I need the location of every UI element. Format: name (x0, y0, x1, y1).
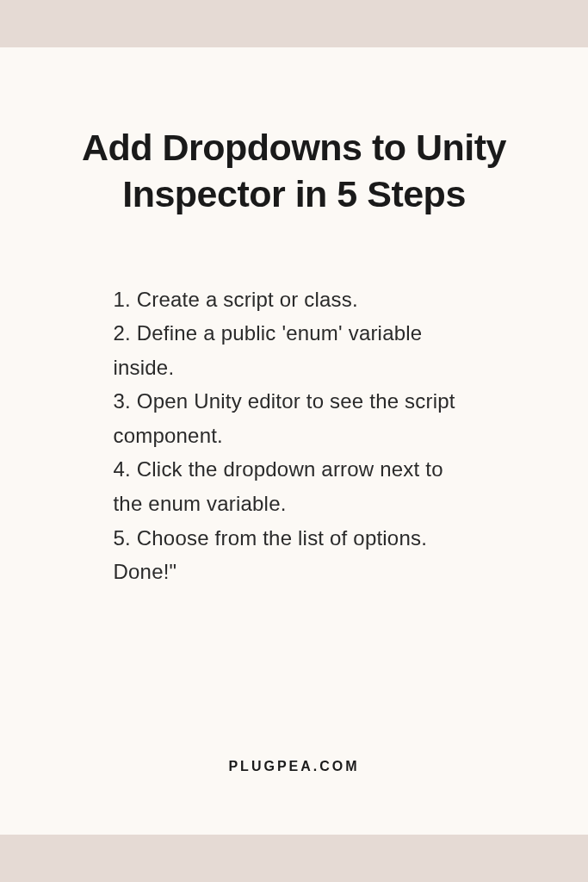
step-item: 1. Create a script or class. (114, 283, 475, 317)
step-item: 2. Define a public 'enum' variable insid… (114, 316, 475, 384)
footer-credit: PLUGPEA.COM (228, 759, 359, 800)
bottom-accent-bar (0, 835, 588, 882)
step-item: 3. Open Unity editor to see the script c… (114, 384, 475, 452)
top-accent-bar (0, 0, 588, 47)
page-title: Add Dropdowns to Unity Inspector in 5 St… (60, 125, 528, 218)
step-item: 5. Choose from the list of options. Done… (114, 521, 475, 589)
content-card: Add Dropdowns to Unity Inspector in 5 St… (0, 47, 588, 835)
step-item: 4. Click the dropdown arrow next to the … (114, 452, 475, 520)
steps-list: 1. Create a script or class. 2. Define a… (114, 283, 475, 589)
